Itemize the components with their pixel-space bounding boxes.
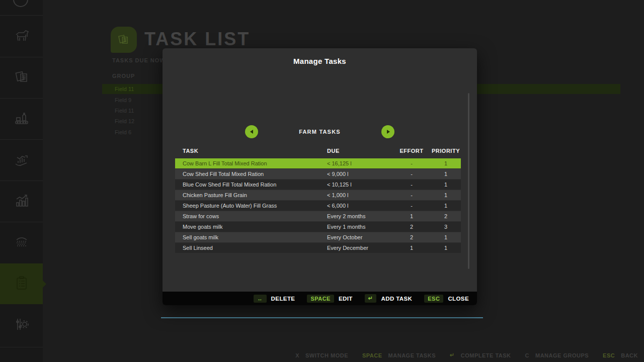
sidebar-item-mods[interactable] [0, 222, 43, 263]
hint-label: SWITCH MODE [305, 352, 348, 358]
task-cell: Cow Barn L Fill Total Mixed Ration [175, 160, 327, 166]
category-switcher: FARM TASKS [163, 125, 477, 138]
clipboard-icon [13, 274, 31, 294]
group-item[interactable]: Field 6 [115, 129, 131, 135]
dialog-action-bar: ↔ DELETE SPACE EDIT ↵ ADD TASK ESC CLOSE [163, 292, 477, 305]
table-row[interactable]: Sell goats milk Every October 2 1 [175, 232, 461, 242]
effort-cell: - [392, 171, 431, 177]
hint-label: BACK [621, 352, 638, 358]
sidebar-item-settings[interactable] [0, 305, 43, 345]
key-c: C [525, 352, 529, 358]
group-item[interactable]: Field 11 [115, 108, 134, 114]
bar-chart-icon [13, 192, 31, 212]
task-cell: Straw for cows [175, 213, 327, 219]
table-header-row: TASK DUE EFFORT PRIORITY [175, 145, 461, 156]
category-label: FARM TASKS [299, 129, 341, 135]
sliders-gear-icon [13, 315, 31, 335]
table-scrollbar[interactable] [468, 93, 469, 269]
table-row[interactable]: Sheep Pasture (Auto Water) Fill Grass < … [175, 201, 461, 211]
due-cell: Every 2 months [327, 213, 392, 219]
edit-button[interactable]: SPACE EDIT [307, 295, 352, 303]
table-row[interactable]: Straw for cows Every 2 months 1 2 [175, 211, 461, 221]
key-esc: ESC [603, 352, 615, 358]
page-title: TASK LIST [144, 29, 250, 50]
table-row[interactable]: Chicken Pasture Fill Grain < 1,000 l - 1 [175, 190, 461, 200]
manage-tasks-dialog: Manage Tasks FARM TASKS TASK DUE EFFORT … [163, 48, 477, 305]
effort-cell: 2 [392, 234, 431, 240]
table-row[interactable]: Cow Barn L Fill Total Mixed Ration < 16,… [175, 158, 461, 168]
documents-icon [13, 68, 31, 88]
col-header-task: TASK [175, 148, 327, 154]
group-item-label: Field 11 [115, 86, 134, 92]
cow-icon [13, 27, 31, 47]
effort-cell: 1 [392, 245, 431, 251]
footer-hint-bar: X SWITCH MODE SPACE MANAGE TASKS ↵ COMPL… [295, 352, 638, 358]
task-cell: Sell Linseed [175, 245, 327, 251]
task-cell: Cow Shed Fill Total Mixed Ration [175, 171, 327, 177]
action-label: DELETE [271, 296, 295, 302]
table-row[interactable]: Sell Linseed Every December 1 1 [175, 243, 461, 253]
sidebar [0, 0, 43, 362]
hint-label: MANAGE GROUPS [535, 352, 589, 358]
priority-cell: 1 [431, 171, 461, 177]
key-x: X [295, 352, 299, 358]
delete-button[interactable]: ↔ DELETE [254, 295, 295, 303]
due-cell: Every October [327, 234, 392, 240]
effort-cell: - [392, 203, 431, 209]
selected-notch [43, 281, 46, 288]
sidebar-item-contracts[interactable] [0, 57, 43, 98]
enter-key-icon: ↵ [365, 294, 377, 303]
sidebar-item-finances[interactable] [0, 140, 43, 180]
action-label: ADD TASK [381, 296, 412, 302]
effort-cell: - [392, 192, 431, 198]
divider [0, 347, 43, 347]
sidebar-item-statistics[interactable] [0, 181, 43, 222]
hint-switch-mode: X SWITCH MODE [295, 352, 348, 358]
dialog-title: Manage Tasks [163, 48, 477, 65]
hint-manage-groups: C MANAGE GROUPS [525, 352, 589, 358]
due-cell: < 9,000 l [327, 171, 392, 177]
task-cell: Sheep Pasture (Auto Water) Fill Grass [175, 203, 327, 209]
effort-cell: 2 [392, 224, 431, 230]
divider [0, 15, 43, 16]
sidebar-item-production[interactable] [0, 99, 43, 139]
effort-cell: - [392, 160, 431, 166]
hint-back: ESC BACK [603, 352, 638, 358]
due-cell: < 1,000 l [327, 192, 392, 198]
key-space: SPACE [362, 352, 382, 358]
due-cell: < 6,000 l [327, 203, 392, 209]
task-cell: Move goats milk [175, 224, 327, 230]
next-category-button[interactable] [381, 125, 394, 138]
space-key: SPACE [307, 295, 334, 303]
clock-icon [13, 0, 28, 7]
production-icon [13, 109, 31, 129]
priority-cell: 1 [431, 234, 461, 240]
emblem-icon [13, 233, 31, 253]
priority-cell: 1 [431, 203, 461, 209]
due-cell: < 10,125 l [327, 182, 392, 188]
priority-cell: 3 [431, 224, 461, 230]
effort-cell: - [392, 182, 431, 188]
finance-hand-icon [13, 150, 31, 170]
table-row[interactable]: Cow Shed Fill Total Mixed Ration < 9,000… [175, 169, 461, 179]
group-item[interactable]: Field 12 [115, 118, 134, 124]
group-item[interactable]: Field 9 [115, 97, 131, 103]
table-row[interactable]: Blue Cow Shed Fill Total Mixed Ration < … [175, 179, 461, 190]
task-table: TASK DUE EFFORT PRIORITY Cow Barn L Fill… [175, 145, 461, 253]
table-row[interactable]: Move goats milk Every 1 months 2 3 [175, 222, 461, 232]
priority-cell: 2 [431, 213, 461, 219]
col-header-due: DUE [327, 148, 392, 154]
due-cell: < 16,125 l [327, 160, 392, 166]
prev-category-button[interactable] [245, 125, 258, 138]
add-task-button[interactable]: ↵ ADD TASK [365, 294, 412, 303]
priority-cell: 1 [431, 182, 461, 188]
sidebar-item-task-list[interactable] [0, 263, 43, 304]
key-enter: ↵ [450, 352, 455, 358]
delete-key-icon: ↔ [254, 295, 267, 303]
priority-cell: 1 [431, 160, 461, 166]
sidebar-item-animals[interactable] [0, 16, 43, 57]
group-label: GROUP [112, 73, 135, 79]
close-button[interactable]: ESC CLOSE [424, 295, 469, 303]
chevron-left-icon [250, 130, 253, 134]
chevron-right-icon [387, 130, 390, 134]
